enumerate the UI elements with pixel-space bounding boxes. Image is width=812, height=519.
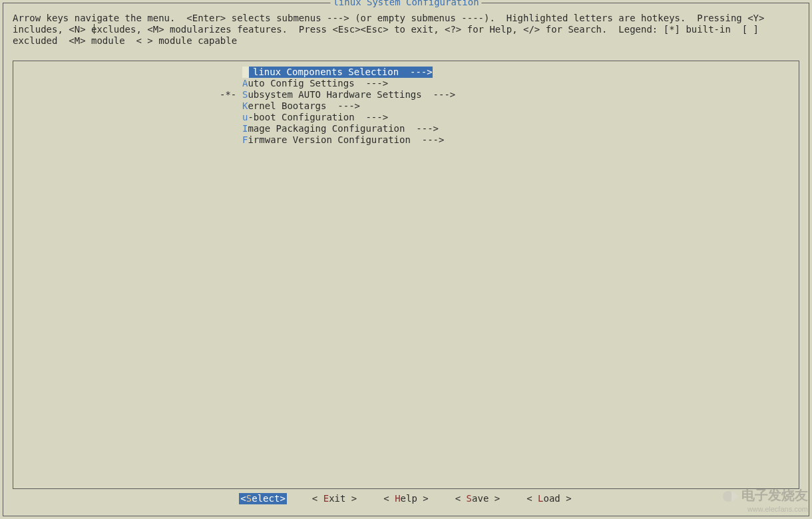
button-exit[interactable]: < Exit > (311, 493, 358, 504)
button-load[interactable]: < Load > (525, 493, 572, 504)
watermark-url: www.elecfans.com (723, 504, 808, 515)
menu-item-label: uto Config Settings ---> (248, 78, 388, 88)
menu-item-label: -boot Configuration ---> (248, 112, 388, 122)
window-frame: linux System Configuration Arrow keys na… (3, 3, 809, 516)
watermark: 电子发烧友 www.elecfans.com (723, 489, 808, 515)
button-bar: <Select>< Exit >< Help >< Save >< Load > (3, 493, 809, 504)
button-label: xit (329, 493, 345, 504)
menu-item-label: irmware Version Configuration ---> (248, 134, 444, 145)
menu-item-body: Image Packaging Configuration ---> (242, 123, 439, 134)
button-label: elect (252, 493, 280, 504)
menu-item-label: mage Packaging Configuration ---> (248, 123, 439, 134)
selection-indicator (242, 67, 249, 78)
watermark-icon (723, 489, 740, 504)
menu-item-prefix (220, 123, 242, 134)
menu-list: linux Components Selection ---> Auto Con… (220, 67, 455, 146)
menu-frame: linux Components Selection ---> Auto Con… (13, 61, 799, 489)
menu-item-label: ernel Bootargs ---> (248, 100, 360, 111)
button-label: elp (401, 493, 417, 504)
menu-item-4[interactable]: u-boot Configuration ---> (220, 112, 455, 123)
watermark-text: 电子发烧友 (741, 488, 808, 502)
menu-item-1[interactable]: Auto Config Settings ---> (220, 78, 455, 89)
menu-item-body: Firmware Version Configuration ---> (242, 134, 444, 146)
menu-item-body: Kernel Bootargs ---> (242, 100, 360, 112)
menu-item-2[interactable]: -*-Subsystem AUTO Hardware Settings ---> (220, 89, 455, 100)
menu-item-5[interactable]: Image Packaging Configuration ---> (220, 123, 455, 134)
button-help[interactable]: < Help > (382, 493, 429, 504)
button-select[interactable]: <Select> (239, 493, 286, 504)
window-title: linux System Configuration (330, 0, 481, 8)
menu-item-prefix (220, 67, 242, 78)
menu-item-3[interactable]: Kernel Bootargs ---> (220, 100, 455, 112)
menu-item-prefix (220, 78, 242, 89)
menu-item-body: Subsystem AUTO Hardware Settings ---> (242, 89, 455, 100)
menu-item-body: Auto Config Settings ---> (242, 78, 388, 89)
button-hotkey: S (467, 493, 472, 504)
button-save[interactable]: < Save > (454, 493, 501, 504)
button-label: oad (543, 493, 560, 504)
menu-item-body: u-boot Configuration ---> (242, 112, 388, 123)
help-text: Arrow keys navigate the menu. <Enter> se… (13, 13, 799, 47)
menu-item-prefix (220, 100, 242, 112)
menu-item-0[interactable]: linux Components Selection ---> (220, 67, 455, 78)
button-label: ave (472, 493, 489, 504)
menu-item-prefix (220, 112, 242, 123)
menu-item-label: inux Components Selection ---> (258, 67, 432, 77)
button-hotkey: E (323, 493, 329, 504)
text-cursor (94, 24, 95, 34)
button-hotkey: H (395, 493, 400, 504)
button-hotkey: S (246, 493, 252, 504)
menu-item-prefix: -*- (220, 89, 242, 100)
menu-item-label: ubsystem AUTO Hardware Settings ---> (248, 89, 455, 100)
menu-item-prefix (220, 134, 242, 146)
menu-item-body: linux Components Selection ---> (242, 67, 433, 78)
menu-item-6[interactable]: Firmware Version Configuration ---> (220, 134, 455, 146)
